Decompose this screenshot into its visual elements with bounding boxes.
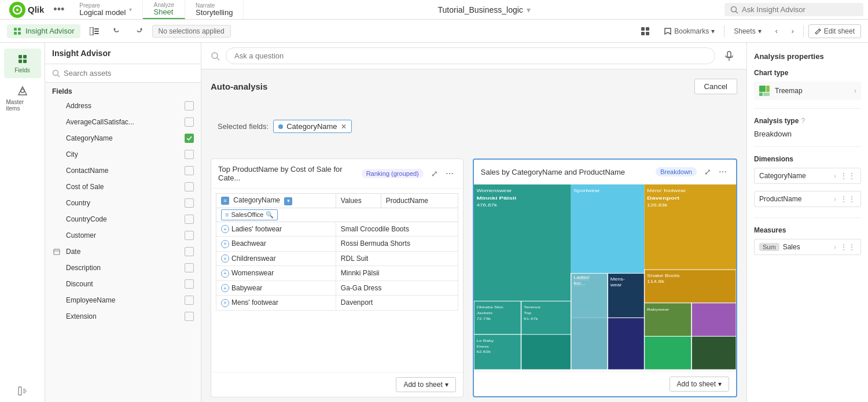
treemap-womenswear-extra[interactable] bbox=[521, 334, 571, 370]
field-checkbox[interactable] bbox=[185, 101, 194, 110]
sidebar-fields-btn[interactable]: Fields bbox=[4, 49, 41, 78]
field-item[interactable]: Address bbox=[45, 98, 201, 114]
treemap-label: Mens- bbox=[610, 278, 625, 282]
chart-card-2: Sales by CategoryName and ProductName Br… bbox=[473, 158, 737, 397]
chart-2-add-sheet-btn[interactable]: Add to sheet ▾ bbox=[670, 377, 729, 392]
field-checkbox[interactable] bbox=[185, 198, 194, 208]
field-checkbox[interactable] bbox=[185, 247, 194, 256]
measure-item-1[interactable]: Sum Sales › ⋮⋮ bbox=[754, 239, 861, 255]
dimensions-label: Dimensions bbox=[754, 155, 861, 163]
question-search-icon bbox=[211, 51, 220, 61]
chart-2-fullscreen-btn[interactable]: ⤢ bbox=[701, 165, 714, 178]
field-item[interactable]: Cost of Sale bbox=[45, 179, 201, 195]
field-item[interactable]: Description bbox=[45, 260, 201, 276]
bookmarks-btn[interactable]: Bookmarks ▾ bbox=[659, 25, 719, 38]
row-expand-icon[interactable]: + bbox=[221, 240, 229, 248]
row-expand-icon[interactable]: + bbox=[221, 299, 229, 307]
col-filter-icon[interactable]: ▼ bbox=[284, 197, 292, 205]
chart-2-more-btn[interactable]: ⋯ bbox=[716, 165, 729, 178]
dimension-1-more-icon[interactable]: ⋮⋮ bbox=[840, 171, 856, 180]
field-item[interactable]: Customer bbox=[45, 227, 201, 244]
redo-btn[interactable] bbox=[130, 25, 148, 38]
dimension-2-label: ProductName bbox=[759, 195, 830, 203]
table-cell-category: +Childrenswear bbox=[216, 251, 336, 266]
question-input[interactable] bbox=[226, 47, 715, 64]
next-sheet-btn[interactable]: › bbox=[787, 25, 799, 38]
chart-1-more-btn[interactable]: ⋯ bbox=[443, 167, 456, 180]
dimension-item-2[interactable]: ProductName › ⋮⋮ bbox=[754, 191, 861, 207]
treemap-bottom-2[interactable] bbox=[692, 336, 736, 370]
field-item[interactable]: Date bbox=[45, 244, 201, 260]
treemap-extra-1[interactable] bbox=[571, 274, 607, 370]
undo-btn[interactable] bbox=[108, 25, 126, 38]
charts-row: Top ProductName by Cost of Sale for Cate… bbox=[211, 158, 737, 397]
ask-advisor-search[interactable] bbox=[724, 3, 863, 16]
field-checkbox[interactable] bbox=[185, 150, 194, 159]
selected-field-name: CategoryName bbox=[286, 122, 337, 131]
edit-sheet-btn[interactable]: Edit sheet bbox=[808, 24, 861, 38]
field-item[interactable]: CountryCode bbox=[45, 211, 201, 227]
field-checkbox[interactable] bbox=[185, 263, 194, 272]
cancel-btn[interactable]: Cancel bbox=[694, 79, 737, 94]
measure-more-icon[interactable]: ⋮⋮ bbox=[840, 242, 856, 252]
field-item[interactable]: Country bbox=[45, 195, 201, 211]
field-tag-close-btn[interactable]: ✕ bbox=[341, 123, 347, 131]
search-assets-bar[interactable] bbox=[45, 64, 201, 83]
grid-view-btn[interactable] bbox=[636, 24, 654, 38]
field-checkbox[interactable] bbox=[185, 134, 194, 143]
chart-1-fullscreen-btn[interactable]: ⤢ bbox=[428, 167, 441, 180]
treemap-babywear-2[interactable] bbox=[692, 303, 736, 337]
sales-office-filter[interactable]: ≡ SalesOffice 🔍 bbox=[221, 209, 278, 220]
search-assets-input[interactable] bbox=[64, 69, 194, 78]
field-item[interactable]: CategoryName bbox=[45, 130, 201, 146]
row-expand-icon[interactable]: + bbox=[221, 255, 229, 263]
treemap-sportwear[interactable] bbox=[571, 185, 644, 274]
chart-type-item[interactable]: Treemap › bbox=[754, 82, 861, 100]
field-checkbox[interactable] bbox=[185, 279, 194, 289]
ask-advisor-input[interactable] bbox=[742, 5, 858, 14]
nav-narrate[interactable]: Narrate Storytelling bbox=[185, 0, 244, 19]
filter-icon-inner: ≡ bbox=[225, 211, 229, 218]
prev-sheet-btn[interactable]: ‹ bbox=[771, 25, 782, 38]
field-item[interactable]: AverageCallSatisfac... bbox=[45, 114, 201, 130]
treemap-menswear-2[interactable] bbox=[608, 318, 644, 370]
field-checkbox[interactable] bbox=[185, 312, 194, 321]
nav-analyze[interactable]: Analyze Sheet bbox=[143, 0, 185, 19]
chart-1-add-sheet-btn[interactable]: Add to sheet ▾ bbox=[396, 377, 455, 392]
field-item[interactable]: Discount bbox=[45, 276, 201, 292]
fields-icon bbox=[17, 53, 28, 65]
insight-advisor-btn[interactable]: Insight Advisor bbox=[7, 24, 80, 38]
toggle-left-panel-btn[interactable] bbox=[85, 25, 104, 38]
app-title-arrow-icon[interactable]: ▾ bbox=[527, 5, 531, 14]
analysis-type-label: Analysis type bbox=[754, 117, 799, 125]
chart-2-footer: Add to sheet ▾ bbox=[474, 371, 736, 396]
row-expand-icon[interactable]: + bbox=[221, 225, 229, 233]
treemap-bottom-1[interactable] bbox=[644, 336, 692, 370]
dimension-2-more-icon[interactable]: ⋮⋮ bbox=[840, 194, 856, 204]
field-item[interactable]: ContactName bbox=[45, 163, 201, 179]
field-item[interactable]: EmployeeName bbox=[45, 292, 201, 308]
app-title: Tutorial_Business_logic ▾ bbox=[244, 5, 724, 14]
collapse-sidebar-btn[interactable] bbox=[18, 386, 27, 397]
field-item[interactable]: City bbox=[45, 146, 201, 163]
field-checkbox[interactable] bbox=[185, 215, 194, 224]
field-item[interactable]: Extension bbox=[45, 308, 201, 324]
nav-more-icon[interactable]: ••• bbox=[49, 3, 69, 16]
svg-rect-39 bbox=[759, 86, 766, 92]
field-checkbox[interactable] bbox=[185, 231, 194, 240]
row-expand-icon[interactable]: + bbox=[221, 284, 229, 292]
field-checkbox[interactable] bbox=[185, 117, 194, 127]
field-checkbox[interactable] bbox=[185, 166, 194, 175]
microphone-btn[interactable] bbox=[721, 48, 737, 64]
sheets-btn[interactable]: Sheets ▾ bbox=[729, 25, 766, 38]
field-checkbox[interactable] bbox=[185, 296, 194, 305]
treemap-womenswear-minnki[interactable] bbox=[474, 185, 571, 301]
dimension-item-1[interactable]: CategoryName › ⋮⋮ bbox=[754, 168, 861, 184]
sidebar-master-items-btn[interactable]: Master items bbox=[4, 80, 41, 116]
nav-prepare[interactable]: Prepare Logical model ▾ bbox=[69, 0, 143, 19]
nav-prepare-inner: Prepare Logical model bbox=[79, 3, 126, 16]
analysis-type-help-icon[interactable]: ? bbox=[801, 117, 805, 125]
field-checkbox[interactable] bbox=[185, 182, 194, 191]
chart-2-add-sheet-arrow: ▾ bbox=[718, 380, 722, 388]
row-expand-icon[interactable]: + bbox=[221, 270, 229, 278]
